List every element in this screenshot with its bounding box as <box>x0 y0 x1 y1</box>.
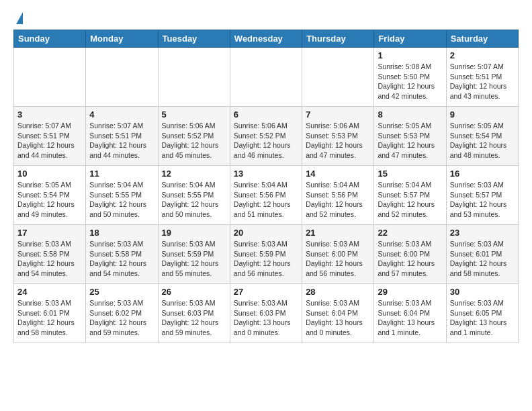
cell-content: Sunrise: 5:07 AMSunset: 5:51 PMDaylight:… <box>450 62 515 101</box>
calendar-day-cell: 2Sunrise: 5:07 AMSunset: 5:51 PMDaylight… <box>446 48 518 107</box>
logo-icon <box>16 12 23 24</box>
calendar-week-row: 1Sunrise: 5:08 AMSunset: 5:50 PMDaylight… <box>14 48 519 107</box>
day-number: 27 <box>234 287 298 297</box>
cell-content: Sunrise: 5:03 AMSunset: 5:58 PMDaylight:… <box>17 239 82 279</box>
calendar-week-row: 17Sunrise: 5:03 AMSunset: 5:58 PMDayligh… <box>14 225 519 284</box>
calendar-day-cell: 9Sunrise: 5:05 AMSunset: 5:54 PMDaylight… <box>446 107 518 166</box>
calendar-week-row: 24Sunrise: 5:03 AMSunset: 6:01 PMDayligh… <box>14 284 519 343</box>
cell-content: Sunrise: 5:06 AMSunset: 5:53 PMDaylight:… <box>306 121 370 161</box>
calendar-day-cell <box>158 48 230 107</box>
calendar-day-cell: 4Sunrise: 5:07 AMSunset: 5:51 PMDaylight… <box>86 107 158 166</box>
day-number: 10 <box>17 169 82 179</box>
calendar-day-header: Thursday <box>302 30 374 48</box>
cell-content: Sunrise: 5:04 AMSunset: 5:57 PMDaylight:… <box>378 180 442 220</box>
cell-content: Sunrise: 5:06 AMSunset: 5:52 PMDaylight:… <box>234 121 298 161</box>
day-number: 11 <box>89 169 154 179</box>
day-number: 3 <box>17 109 82 120</box>
calendar-day-cell: 11Sunrise: 5:04 AMSunset: 5:55 PMDayligh… <box>86 166 158 225</box>
calendar-day-header: Tuesday <box>158 30 230 48</box>
day-number: 14 <box>306 169 370 179</box>
calendar-day-cell: 7Sunrise: 5:06 AMSunset: 5:53 PMDaylight… <box>302 107 374 166</box>
cell-content: Sunrise: 5:05 AMSunset: 5:54 PMDaylight:… <box>17 180 82 220</box>
calendar-day-cell: 26Sunrise: 5:03 AMSunset: 6:03 PMDayligh… <box>158 284 230 343</box>
cell-content: Sunrise: 5:06 AMSunset: 5:52 PMDaylight:… <box>162 121 226 161</box>
calendar-day-cell: 23Sunrise: 5:03 AMSunset: 6:01 PMDayligh… <box>446 225 518 284</box>
calendar-day-header: Friday <box>374 30 446 48</box>
calendar-week-row: 3Sunrise: 5:07 AMSunset: 5:51 PMDaylight… <box>14 107 519 166</box>
cell-content: Sunrise: 5:04 AMSunset: 5:56 PMDaylight:… <box>306 180 370 220</box>
calendar-day-cell: 8Sunrise: 5:05 AMSunset: 5:53 PMDaylight… <box>374 107 446 166</box>
calendar-day-cell: 6Sunrise: 5:06 AMSunset: 5:52 PMDaylight… <box>230 107 302 166</box>
calendar-day-cell: 22Sunrise: 5:03 AMSunset: 6:00 PMDayligh… <box>374 225 446 284</box>
cell-content: Sunrise: 5:03 AMSunset: 5:59 PMDaylight:… <box>234 239 298 279</box>
cell-content: Sunrise: 5:05 AMSunset: 5:53 PMDaylight:… <box>378 121 442 161</box>
cell-content: Sunrise: 5:07 AMSunset: 5:51 PMDaylight:… <box>17 121 82 161</box>
page-header <box>13 11 519 24</box>
cell-content: Sunrise: 5:04 AMSunset: 5:55 PMDaylight:… <box>89 180 154 220</box>
day-number: 9 <box>450 109 515 120</box>
calendar-day-cell: 18Sunrise: 5:03 AMSunset: 5:58 PMDayligh… <box>86 225 158 284</box>
cell-content: Sunrise: 5:03 AMSunset: 6:01 PMDaylight:… <box>450 239 515 279</box>
cell-content: Sunrise: 5:03 AMSunset: 6:05 PMDaylight:… <box>450 298 515 338</box>
day-number: 30 <box>450 287 515 297</box>
calendar-day-cell: 30Sunrise: 5:03 AMSunset: 6:05 PMDayligh… <box>446 284 518 343</box>
day-number: 17 <box>17 228 82 238</box>
day-number: 12 <box>162 169 226 179</box>
day-number: 22 <box>378 228 442 238</box>
calendar-day-cell <box>14 48 86 107</box>
calendar-day-cell: 16Sunrise: 5:03 AMSunset: 5:57 PMDayligh… <box>446 166 518 225</box>
cell-content: Sunrise: 5:03 AMSunset: 6:00 PMDaylight:… <box>378 239 442 279</box>
day-number: 1 <box>378 50 442 60</box>
cell-content: Sunrise: 5:03 AMSunset: 5:57 PMDaylight:… <box>450 180 515 220</box>
calendar-table: SundayMondayTuesdayWednesdayThursdayFrid… <box>13 30 519 343</box>
day-number: 4 <box>89 109 154 120</box>
day-number: 8 <box>378 109 442 120</box>
day-number: 25 <box>89 287 154 297</box>
calendar-day-header: Saturday <box>446 30 518 48</box>
cell-content: Sunrise: 5:03 AMSunset: 6:01 PMDaylight:… <box>17 298 82 338</box>
calendar-day-cell: 17Sunrise: 5:03 AMSunset: 5:58 PMDayligh… <box>14 225 86 284</box>
cell-content: Sunrise: 5:08 AMSunset: 5:50 PMDaylight:… <box>378 62 442 101</box>
calendar-day-cell <box>302 48 374 107</box>
cell-content: Sunrise: 5:03 AMSunset: 5:58 PMDaylight:… <box>89 239 154 279</box>
calendar-day-cell <box>86 48 158 107</box>
cell-content: Sunrise: 5:04 AMSunset: 5:56 PMDaylight:… <box>234 180 298 220</box>
day-number: 5 <box>162 109 226 120</box>
day-number: 16 <box>450 169 515 179</box>
calendar-day-cell: 1Sunrise: 5:08 AMSunset: 5:50 PMDaylight… <box>374 48 446 107</box>
cell-content: Sunrise: 5:05 AMSunset: 5:54 PMDaylight:… <box>450 121 515 161</box>
day-number: 13 <box>234 169 298 179</box>
cell-content: Sunrise: 5:03 AMSunset: 6:04 PMDaylight:… <box>378 298 442 338</box>
calendar-day-cell: 3Sunrise: 5:07 AMSunset: 5:51 PMDaylight… <box>14 107 86 166</box>
day-number: 2 <box>450 50 515 60</box>
calendar-day-cell: 27Sunrise: 5:03 AMSunset: 6:03 PMDayligh… <box>230 284 302 343</box>
calendar-day-cell: 20Sunrise: 5:03 AMSunset: 5:59 PMDayligh… <box>230 225 302 284</box>
cell-content: Sunrise: 5:03 AMSunset: 6:02 PMDaylight:… <box>89 298 154 338</box>
calendar-day-cell: 21Sunrise: 5:03 AMSunset: 6:00 PMDayligh… <box>302 225 374 284</box>
cell-content: Sunrise: 5:03 AMSunset: 6:00 PMDaylight:… <box>306 239 370 279</box>
cell-content: Sunrise: 5:03 AMSunset: 5:59 PMDaylight:… <box>162 239 226 279</box>
cell-content: Sunrise: 5:04 AMSunset: 5:55 PMDaylight:… <box>162 180 226 220</box>
logo <box>13 11 23 24</box>
calendar-day-cell: 13Sunrise: 5:04 AMSunset: 5:56 PMDayligh… <box>230 166 302 225</box>
day-number: 26 <box>162 287 226 297</box>
cell-content: Sunrise: 5:03 AMSunset: 6:03 PMDaylight:… <box>234 298 298 338</box>
calendar-day-cell: 14Sunrise: 5:04 AMSunset: 5:56 PMDayligh… <box>302 166 374 225</box>
calendar-day-cell: 10Sunrise: 5:05 AMSunset: 5:54 PMDayligh… <box>14 166 86 225</box>
calendar-day-cell: 5Sunrise: 5:06 AMSunset: 5:52 PMDaylight… <box>158 107 230 166</box>
day-number: 6 <box>234 109 298 120</box>
day-number: 28 <box>306 287 370 297</box>
day-number: 19 <box>162 228 226 238</box>
calendar-week-row: 10Sunrise: 5:05 AMSunset: 5:54 PMDayligh… <box>14 166 519 225</box>
calendar-day-header: Wednesday <box>230 30 302 48</box>
day-number: 18 <box>89 228 154 238</box>
calendar-day-header: Monday <box>86 30 158 48</box>
calendar-day-cell <box>230 48 302 107</box>
day-number: 23 <box>450 228 515 238</box>
calendar-day-cell: 25Sunrise: 5:03 AMSunset: 6:02 PMDayligh… <box>86 284 158 343</box>
cell-content: Sunrise: 5:03 AMSunset: 6:04 PMDaylight:… <box>306 298 370 338</box>
day-number: 15 <box>378 169 442 179</box>
day-number: 21 <box>306 228 370 238</box>
cell-content: Sunrise: 5:03 AMSunset: 6:03 PMDaylight:… <box>162 298 226 338</box>
calendar-day-cell: 28Sunrise: 5:03 AMSunset: 6:04 PMDayligh… <box>302 284 374 343</box>
